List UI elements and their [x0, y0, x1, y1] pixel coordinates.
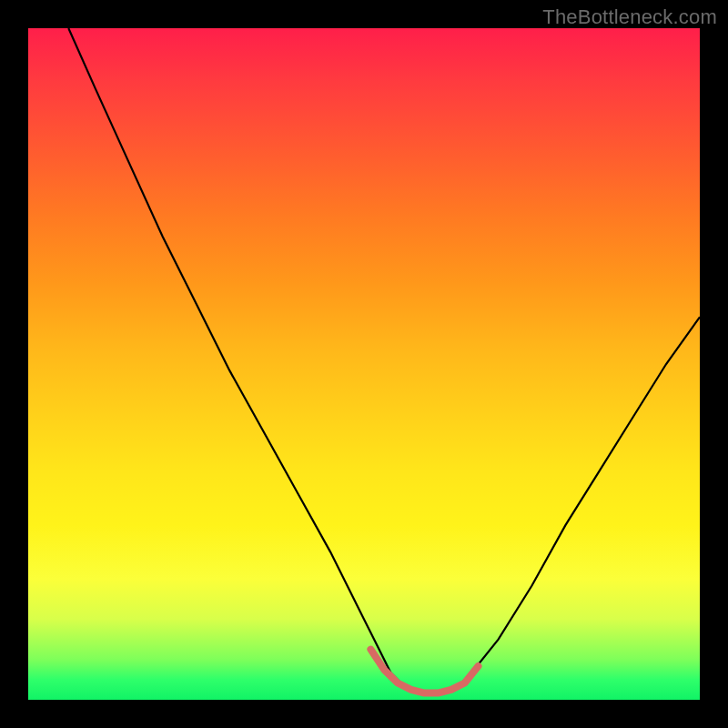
chart-frame: TheBottleneck.com: [0, 0, 728, 728]
curve-svg: [28, 28, 700, 700]
watermark-text: TheBottleneck.com: [542, 5, 717, 29]
plot-area: [28, 28, 700, 700]
bottleneck-curve: [68, 28, 700, 693]
trough-marker: [370, 650, 478, 693]
